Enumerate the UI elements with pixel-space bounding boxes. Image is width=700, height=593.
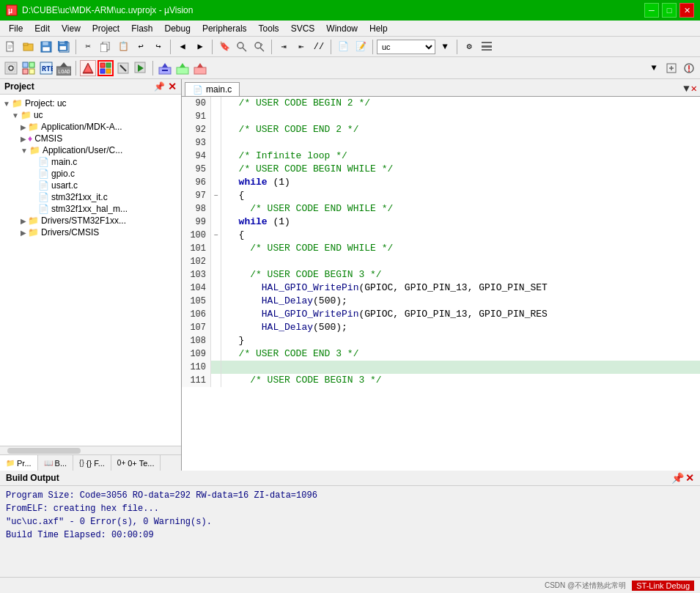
build-pin-button[interactable]: 📌 xyxy=(671,472,684,484)
tree-usart-c[interactable]: 📄 usart.c xyxy=(0,180,181,191)
build-log-button[interactable]: 📄 xyxy=(335,39,351,55)
svg-rect-49 xyxy=(177,67,188,74)
redo-button[interactable]: ↪ xyxy=(150,39,166,55)
menu-debug[interactable]: Debug xyxy=(159,21,196,37)
fold-col xyxy=(211,268,221,281)
tab-dropdown-button[interactable]: ▼ xyxy=(683,83,689,95)
app-mdk-expand[interactable]: ▶ xyxy=(21,123,26,131)
menu-window[interactable]: Window xyxy=(320,21,364,37)
proj-tab-project-label: Pr... xyxy=(17,459,32,468)
proj-tab-book-icon: 📖 xyxy=(44,459,53,467)
tree-app-user[interactable]: ▼ 📁 Application/User/C... xyxy=(0,144,181,156)
menu-peripherals[interactable]: Peripherals xyxy=(196,21,253,37)
tree-uc[interactable]: ▼ 📁 uc xyxy=(0,109,181,121)
config-button[interactable]: ⚙ xyxy=(461,39,477,55)
load-firmware-button[interactable]: LOAD xyxy=(56,60,72,76)
outdent-button[interactable]: ⇤ xyxy=(293,39,309,55)
save-all-button[interactable] xyxy=(56,39,72,55)
build-button[interactable] xyxy=(80,60,96,76)
tree-main-c[interactable]: 📄 main.c xyxy=(0,156,181,168)
panel-pin-icon[interactable]: 📌 xyxy=(154,81,165,92)
menu-project[interactable]: Project xyxy=(86,21,125,37)
drv-stm32-expand[interactable]: ▶ xyxy=(21,217,26,225)
target-combo[interactable]: uc xyxy=(377,40,435,54)
tab-close-button[interactable]: ✕ xyxy=(691,82,697,95)
app-user-expand[interactable]: ▼ xyxy=(21,147,28,155)
maximize-button[interactable]: □ xyxy=(662,3,677,18)
proj-tab-functions-label: {} F... xyxy=(86,459,105,468)
undo-button[interactable]: ↩ xyxy=(133,39,149,55)
tree-gpio-c[interactable]: 📄 gpio.c xyxy=(0,168,181,180)
flash-download-button[interactable] xyxy=(157,60,173,76)
panel-close-button[interactable]: ✕ xyxy=(168,81,177,92)
menu-view[interactable]: View xyxy=(56,21,86,37)
menu-file[interactable]: File xyxy=(3,21,29,37)
tree-drivers-cmsis[interactable]: ▶ 📁 Drivers/CMSIS xyxy=(0,226,181,238)
indent-button[interactable]: ⇥ xyxy=(276,39,292,55)
combo-arrow[interactable]: ▼ xyxy=(437,39,453,55)
cmsis-expand[interactable]: ▶ xyxy=(21,135,26,143)
proj-tab-templates[interactable]: 0+ 0+ Te... xyxy=(111,455,161,471)
minimize-button[interactable]: ─ xyxy=(644,3,659,18)
code-line-103: 103 /* USER CODE BEGIN 3 */ xyxy=(182,268,700,281)
line-content xyxy=(221,110,700,123)
template-button[interactable]: 📝 xyxy=(353,39,369,55)
proj-tab-books[interactable]: 📖 B... xyxy=(38,455,74,471)
toolbar-dropdown[interactable]: ▼ xyxy=(646,60,662,76)
close-button[interactable]: ✕ xyxy=(679,3,694,18)
svg-line-20 xyxy=(260,48,264,51)
proj-tab-project[interactable]: 📁 Pr... xyxy=(0,455,38,471)
fold-col[interactable]: − xyxy=(211,229,221,242)
nav-back-button[interactable]: ◀ xyxy=(174,39,191,55)
save-button[interactable] xyxy=(38,39,54,55)
tree-stm32-it[interactable]: 📄 stm32f1xx_it.c xyxy=(0,191,181,203)
paste-button[interactable]: 📋 xyxy=(115,39,131,55)
cut-button[interactable]: ✂ xyxy=(80,39,96,55)
debug-start-button[interactable] xyxy=(97,60,114,76)
nav-fwd-button[interactable]: ▶ xyxy=(192,39,208,55)
uc-expand-icon[interactable]: ▼ xyxy=(12,111,19,119)
stop-build-button[interactable] xyxy=(115,60,131,76)
more-button[interactable] xyxy=(479,39,495,55)
project-hscroll[interactable] xyxy=(0,446,181,454)
copy-button[interactable] xyxy=(97,39,114,55)
manage-components-button[interactable] xyxy=(21,60,37,76)
drv-cmsis-icon: 📁 xyxy=(28,227,39,237)
tree-app-mdk[interactable]: ▶ 📁 Application/MDK-A... xyxy=(0,121,181,133)
replace-button[interactable] xyxy=(251,39,268,55)
build-close-button[interactable]: ✕ xyxy=(685,472,694,484)
tab-main-c[interactable]: 📄 main.c xyxy=(185,82,240,96)
tree-root[interactable]: ▼ 📁 Project: uc xyxy=(0,97,181,109)
toolbar-extra1[interactable] xyxy=(663,60,679,76)
menu-flash[interactable]: Flash xyxy=(125,21,158,37)
bookmark-button[interactable]: 🔖 xyxy=(216,39,232,55)
code-line-94: 94 /* Infinite loop */ xyxy=(182,150,700,163)
erase-button[interactable] xyxy=(174,60,191,76)
line-content: HAL_GPIO_WritePin(GPIOC, GPIO_PIN_13, GP… xyxy=(221,308,700,321)
fold-col[interactable]: − xyxy=(211,189,221,202)
proj-tab-functions[interactable]: {} {} F... xyxy=(73,455,111,471)
root-expand-icon[interactable]: ▼ xyxy=(3,100,10,108)
target-options-button[interactable] xyxy=(3,60,19,76)
fold-col xyxy=(211,123,221,136)
batch-build-button[interactable] xyxy=(133,60,149,76)
tree-drivers-stm32[interactable]: ▶ 📁 Drivers/STM32F1xx... xyxy=(0,215,181,226)
menu-help[interactable]: Help xyxy=(364,21,394,37)
drv-cmsis-expand[interactable]: ▶ xyxy=(21,229,26,237)
code-editor[interactable]: 90 /* USER CODE BEGIN 2 */9192 /* USER C… xyxy=(182,97,700,471)
uc-folder-icon: 📁 xyxy=(21,110,32,120)
new-file-button[interactable] xyxy=(3,39,19,55)
menu-tools[interactable]: Tools xyxy=(253,21,285,37)
toolbar-extra2[interactable] xyxy=(681,60,697,76)
open-file-button[interactable] xyxy=(21,39,37,55)
code-line-101: 101 /* USER CODE END WHILE */ xyxy=(182,242,700,255)
tree-cmsis[interactable]: ▶ ♦ CMSIS xyxy=(0,133,181,144)
rte-button[interactable]: RTE xyxy=(38,60,54,76)
tree-stm32-hal[interactable]: 📄 stm32f1xx_hal_m... xyxy=(0,203,181,215)
toggle-comment-button[interactable]: // xyxy=(311,39,327,55)
menu-svcs[interactable]: SVCS xyxy=(285,21,321,37)
svg-rect-38 xyxy=(100,63,105,67)
run-button[interactable] xyxy=(192,60,208,76)
menu-edit[interactable]: Edit xyxy=(29,21,56,37)
find-button[interactable] xyxy=(234,39,250,55)
